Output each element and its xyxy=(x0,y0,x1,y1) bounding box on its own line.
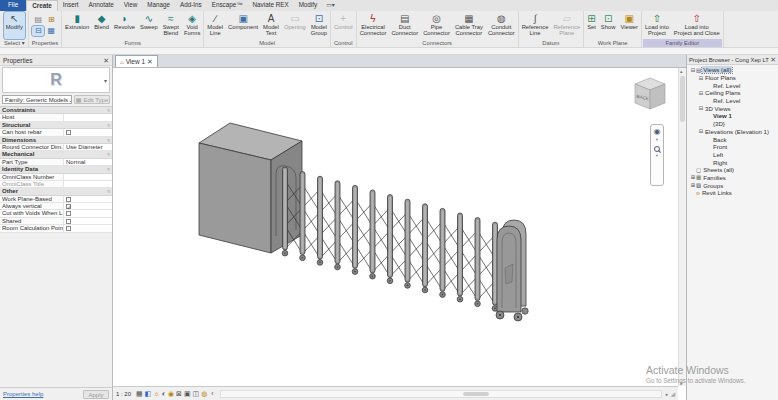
tree-item-view-1[interactable]: View 1 xyxy=(687,112,778,120)
vertical-scroll-thumb[interactable] xyxy=(680,76,685,122)
tab-overflow-icon[interactable]: ▭▾ xyxy=(322,0,339,11)
property-value[interactable] xyxy=(64,210,112,216)
show-work-plane-button[interactable]: ⊡Show xyxy=(599,12,618,39)
tab-add-ins[interactable]: Add-Ins xyxy=(175,0,207,11)
blend-button[interactable]: ◆Blend xyxy=(92,12,111,39)
model-text-button[interactable]: AModelText xyxy=(261,12,281,39)
property-value[interactable]: Use Diameter xyxy=(64,144,112,150)
preview-dropdown-icon[interactable]: ▾ xyxy=(104,77,107,84)
sun-path-icon[interactable]: ☼ xyxy=(153,390,159,398)
properties-close-icon[interactable]: ✕ xyxy=(103,57,109,64)
section-collapse-icon[interactable]: ≈ xyxy=(107,137,110,143)
load-into-project-and-close-button[interactable]: ⇧Load intoProject and Close xyxy=(672,12,722,39)
checkbox-shared[interactable] xyxy=(66,219,71,224)
tree-item-sheets-all[interactable]: ▢Sheets (all) xyxy=(687,166,778,174)
section-collapse-icon[interactable]: ≈ xyxy=(107,166,110,172)
resize-grip[interactable]: ◢ xyxy=(670,390,675,397)
property-value[interactable] xyxy=(64,114,112,120)
family-types-button[interactable]: ⊟ xyxy=(32,26,44,36)
scroll-right-icon[interactable]: ▸ xyxy=(666,391,669,397)
section-collapse-icon[interactable]: ≈ xyxy=(107,188,110,194)
control-button[interactable]: +Control xyxy=(332,12,355,39)
crop-view-icon[interactable]: ⊠ xyxy=(176,390,182,398)
set-work-plane-button[interactable]: ⊞Set xyxy=(585,12,598,39)
section-constraints[interactable]: Constraints≈ xyxy=(0,107,112,114)
ribbon-group-label[interactable]: Datum xyxy=(520,39,583,47)
section-collapse-icon[interactable]: ≈ xyxy=(107,107,110,113)
properties-palette-button[interactable]: ▤ xyxy=(32,15,44,25)
tab-manage[interactable]: Manage xyxy=(142,0,175,11)
ribbon-group-label[interactable]: Connectors xyxy=(358,39,517,47)
checkbox-work-plane-based[interactable] xyxy=(66,197,71,202)
detail-level-icon[interactable]: ▦ xyxy=(136,390,143,398)
view-tab[interactable]: ⌂ View 1 ✕ xyxy=(115,55,158,67)
tab-create[interactable]: Create xyxy=(26,0,58,11)
cable-tray-connector-button[interactable]: ▦Cable TrayConnector xyxy=(453,12,485,39)
opening-button[interactable]: ▭Opening xyxy=(282,12,308,39)
property-value[interactable] xyxy=(64,196,112,202)
scroll-down-icon[interactable]: ▾ xyxy=(680,380,683,386)
ribbon-group-label[interactable]: Properties xyxy=(30,39,60,47)
tab-insert[interactable]: Insert xyxy=(58,0,84,11)
family-preview[interactable]: R ▾ xyxy=(2,67,110,93)
model-group-button[interactable]: ⊡ModelGroup xyxy=(309,12,329,39)
wheel-dropdown-icon[interactable]: ▾ xyxy=(656,137,658,142)
family-parameters-button[interactable]: ▦ xyxy=(45,26,57,36)
section-identity-data[interactable]: Identity Data≈ xyxy=(0,166,112,173)
checkbox-can-host-rebar[interactable] xyxy=(66,130,71,135)
reference-line-button[interactable]: ∫ReferenceLine xyxy=(520,12,551,39)
reference-plane-button[interactable]: ▱ReferencePlane xyxy=(551,12,582,39)
show-crop-region-icon[interactable]: ▣ xyxy=(184,390,191,398)
tree-item-revit-links[interactable]: ∞Revit Links xyxy=(687,189,778,197)
tree-item-ceiling-plans[interactable]: ⊟Ceiling Plans xyxy=(687,89,778,97)
gate-3d-model[interactable] xyxy=(113,68,686,386)
tree-item-left[interactable]: Left xyxy=(687,151,778,159)
tree-item-elevations-elevation-1[interactable]: ⊟Elevations (Elevation 1) xyxy=(687,128,778,136)
tree-item-ref-level[interactable]: Ref. Level xyxy=(687,81,778,89)
drawing-area[interactable]: BACK ◉ ▾ ▾ ▴ ▾ 1 : 20 ▦◧☼◐◉⊠▣◫◍ ‹ xyxy=(113,68,686,400)
edit-type-button[interactable]: ▦ Edit Type xyxy=(74,95,110,104)
scroll-up-icon[interactable]: ▴ xyxy=(680,68,683,74)
tab-enscape[interactable]: Enscape™ xyxy=(207,0,248,11)
family-category-button[interactable]: ⊞ xyxy=(45,15,57,25)
apply-button[interactable]: Apply xyxy=(83,390,109,399)
tree-item-3d[interactable]: {3D} xyxy=(687,120,778,128)
viewer-button[interactable]: ▣Viewer xyxy=(618,12,640,39)
section-mechanical[interactable]: Mechanical≈ xyxy=(0,151,112,158)
void-forms-button[interactable]: ◈VoidForms xyxy=(182,12,202,39)
ribbon-group-label[interactable]: Family Editor xyxy=(643,39,722,47)
revolve-button[interactable]: ◗Revolve xyxy=(112,12,137,39)
load-into-project-button[interactable]: ⇧Load intoProject xyxy=(643,12,671,39)
conduit-connector-button[interactable]: ◍ConduitConnector xyxy=(486,12,517,39)
scale-control[interactable]: 1 : 20 xyxy=(116,391,134,397)
tree-item-floor-plans[interactable]: ⊟Floor Plans xyxy=(687,74,778,82)
show-rendering-dialog-icon[interactable]: ◉ xyxy=(168,390,174,398)
property-value[interactable] xyxy=(64,218,112,224)
section-collapse-icon[interactable]: ≈ xyxy=(107,122,110,128)
properties-help-link[interactable]: Properties help xyxy=(3,391,43,397)
type-selector[interactable]: Family: Generic Models ⌄ xyxy=(2,95,72,104)
swept-blend-button[interactable]: ≈SweptBlend xyxy=(161,12,181,39)
tree-item-front[interactable]: Front xyxy=(687,143,778,151)
checkbox-always-vertical[interactable]: ✓ xyxy=(66,204,71,209)
extrusion-button[interactable]: ▮Extrusion xyxy=(63,12,91,39)
collapse-arrow-icon[interactable]: ‹ xyxy=(209,390,215,397)
property-value[interactable] xyxy=(64,174,112,180)
horizontal-scroll-thumb[interactable] xyxy=(463,392,489,396)
tree-item-right[interactable]: Right xyxy=(687,158,778,166)
project-browser-close-icon[interactable]: ✕ xyxy=(770,56,776,63)
tab-view[interactable]: View xyxy=(119,0,143,11)
property-value[interactable] xyxy=(64,129,112,135)
reveal-hidden-elements-icon[interactable]: ◍ xyxy=(201,390,207,398)
ribbon-group-label[interactable]: Forms xyxy=(63,39,202,47)
ribbon-group-label[interactable]: Work Plane xyxy=(585,39,640,47)
property-value[interactable] xyxy=(64,225,112,231)
tree-item-groups[interactable]: ⊞▧Groups xyxy=(687,181,778,189)
model-line-button[interactable]: ∕ModelLine xyxy=(205,12,225,39)
ribbon-group-label[interactable]: Control xyxy=(332,39,355,47)
tree-item-3d-views[interactable]: ⊟3D Views xyxy=(687,104,778,112)
visual-style-icon[interactable]: ◧ xyxy=(145,390,152,398)
tab-modify[interactable]: Modify xyxy=(294,0,323,11)
component-button[interactable]: ▣Component xyxy=(226,12,260,39)
modify-cursor-button[interactable]: ↖Modify xyxy=(4,12,25,39)
